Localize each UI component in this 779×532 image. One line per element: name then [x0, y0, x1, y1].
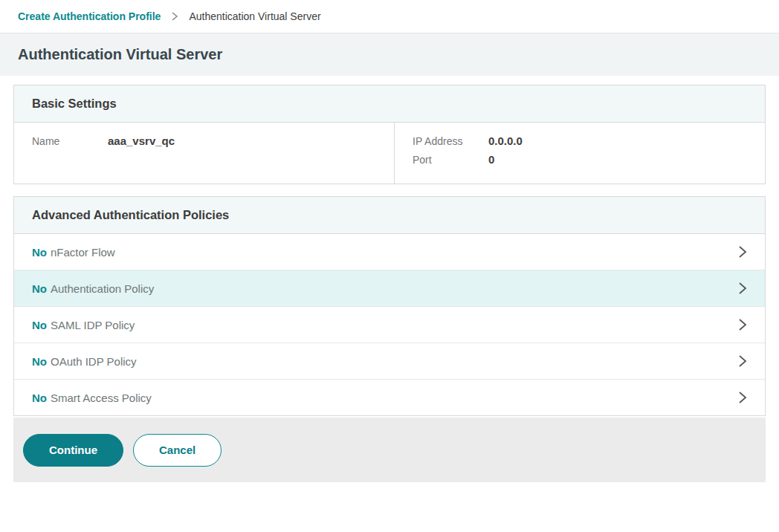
policy-row-text: NoOAuth IDP Policy: [32, 355, 137, 368]
policy-row-saml-idp-policy[interactable]: NoSAML IDP Policy: [14, 307, 765, 343]
policy-row-nfactor-flow[interactable]: NonFactor Flow: [14, 234, 765, 270]
basic-settings-title: Basic Settings: [32, 97, 747, 111]
policy-row-text: NoAuthentication Policy: [32, 282, 154, 295]
footer-action-bar: Continue Cancel: [13, 418, 766, 482]
policy-row-text: NoSmart Access Policy: [32, 392, 152, 404]
policy-row-text: NoSAML IDP Policy: [32, 319, 135, 331]
policy-label: SAML IDP Policy: [51, 319, 135, 331]
breadcrumb-current: Authentication Virtual Server: [189, 10, 320, 22]
policy-label: nFactor Flow: [51, 246, 115, 259]
ip-address-value: 0.0.0.0: [488, 134, 523, 147]
policy-row-smart-access-policy[interactable]: NoSmart Access Policy: [14, 380, 765, 415]
name-value: aaa_vsrv_qc: [108, 134, 175, 147]
basic-settings-header: Basic Settings: [14, 85, 765, 123]
field-port: Port 0: [413, 153, 747, 166]
ip-address-label: IP Address: [413, 135, 478, 147]
port-label: Port: [413, 154, 478, 166]
policy-label: OAuth IDP Policy: [51, 355, 137, 368]
chevron-right-icon: [737, 354, 747, 369]
chevron-right-icon: [737, 390, 747, 405]
policy-prefix: No: [32, 319, 47, 331]
breadcrumb-link-create-authentication-profile[interactable]: Create Authentication Profile: [18, 10, 161, 22]
breadcrumb: Create Authentication Profile Authentica…: [0, 0, 779, 33]
chevron-right-icon: [737, 244, 747, 259]
page-title-bar: Authentication Virtual Server: [0, 33, 779, 76]
page-title: Authentication Virtual Server: [18, 46, 222, 63]
policy-row-text: NonFactor Flow: [32, 246, 115, 259]
continue-button[interactable]: Continue: [23, 434, 123, 467]
policy-row-oauth-idp-policy[interactable]: NoOAuth IDP Policy: [14, 343, 765, 380]
advanced-policies-card: Advanced Authentication Policies NonFact…: [13, 196, 766, 416]
policy-prefix: No: [32, 246, 47, 259]
field-ip-address: IP Address 0.0.0.0: [413, 134, 747, 147]
port-value: 0: [488, 153, 494, 166]
advanced-policies-title: Advanced Authentication Policies: [32, 208, 747, 222]
chevron-right-icon: [737, 281, 747, 296]
basic-settings-right-column: IP Address 0.0.0.0 Port 0: [395, 123, 765, 184]
advanced-policies-header: Advanced Authentication Policies: [14, 197, 765, 234]
policy-prefix: No: [32, 282, 47, 295]
policy-prefix: No: [32, 392, 47, 404]
breadcrumb-separator-icon: [171, 11, 178, 22]
policy-label: Smart Access Policy: [51, 392, 152, 404]
main-content: Basic Settings Name aaa_vsrv_qc IP Addre…: [0, 85, 779, 416]
chevron-right-icon: [737, 317, 747, 332]
basic-settings-card: Basic Settings Name aaa_vsrv_qc IP Addre…: [13, 85, 766, 184]
policy-label: Authentication Policy: [51, 282, 154, 295]
field-name: Name aaa_vsrv_qc: [32, 134, 376, 147]
name-label: Name: [32, 135, 97, 147]
basic-settings-left-column: Name aaa_vsrv_qc: [14, 123, 395, 184]
cancel-button[interactable]: Cancel: [133, 434, 222, 467]
basic-settings-body: Name aaa_vsrv_qc IP Address 0.0.0.0 Port…: [14, 123, 765, 184]
policy-row-authentication-policy[interactable]: NoAuthentication Policy: [14, 270, 765, 307]
policy-prefix: No: [32, 355, 47, 368]
